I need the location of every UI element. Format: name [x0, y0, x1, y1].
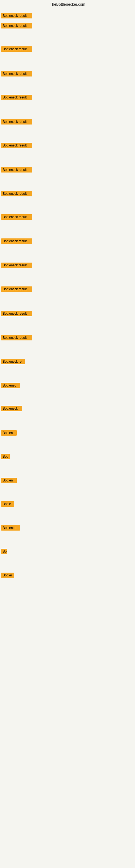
bottleneck-item[interactable]: Bottleneck result	[1, 239, 32, 245]
bottleneck-item[interactable]: Bottlen	[1, 430, 17, 437]
bottleneck-badge: Bottleneck result	[1, 262, 32, 268]
bottleneck-item[interactable]: Bottleneck result	[1, 95, 32, 101]
bottleneck-badge: Bottleneck result	[1, 23, 32, 29]
bottleneck-item[interactable]: Bot	[1, 454, 10, 460]
bottleneck-badge: Bottleneck result	[1, 71, 32, 76]
bottleneck-badge: Bottleneck r	[1, 406, 22, 411]
bottleneck-item[interactable]: Bottleneck result	[1, 13, 32, 20]
bottleneck-badge: Bottleneck result	[1, 286, 32, 292]
bottleneck-item[interactable]: Bottleneck re	[1, 359, 25, 365]
bottleneck-item[interactable]: Bottleneck result	[1, 143, 32, 149]
site-header: TheBottlenecker.com	[0, 0, 135, 8]
bottleneck-badge: Bottleneck result	[1, 191, 32, 196]
bottleneck-badge: Bottlenec	[1, 383, 20, 388]
bottleneck-badge: Bottleneck result	[1, 119, 32, 124]
bottleneck-badge: Bottler	[1, 572, 14, 578]
bottleneck-item[interactable]: Bottleneck result	[1, 286, 32, 293]
site-title: TheBottlenecker.com	[50, 2, 85, 6]
bottleneck-badge: Bottleneck result	[1, 46, 32, 52]
bottleneck-badge: Bottleneck result	[1, 335, 32, 340]
bottleneck-badge: Bottleneck result	[1, 13, 32, 19]
bottleneck-badge: Bottleneck result	[1, 167, 32, 173]
bottleneck-item[interactable]: Bottleneck result	[1, 71, 32, 78]
bottleneck-item[interactable]: Bottlenec	[1, 525, 20, 532]
bottleneck-badge: Bo	[1, 549, 7, 554]
bottleneck-item[interactable]: Bottlen	[1, 478, 17, 484]
bottleneck-item[interactable]: Bottleneck result	[1, 262, 32, 269]
bottleneck-badge: Bottleneck result	[1, 214, 32, 220]
bottleneck-item[interactable]: Bo	[1, 549, 7, 555]
bottleneck-item[interactable]: Bottleneck result	[1, 167, 32, 174]
bottleneck-item[interactable]: Bottleneck result	[1, 119, 32, 126]
bottleneck-badge: Bottlen	[1, 478, 17, 483]
bottleneck-badge: Bottlenec	[1, 525, 20, 531]
bottleneck-badge: Bottleneck result	[1, 239, 32, 244]
bottleneck-item[interactable]: Bottleneck result	[1, 23, 32, 30]
bottleneck-item[interactable]: Bottle	[1, 501, 14, 508]
bottleneck-badge: Bottlen	[1, 430, 17, 436]
bottleneck-badge: Bot	[1, 454, 10, 459]
bottleneck-badge: Bottle	[1, 501, 14, 507]
bottleneck-badge: Bottleneck result	[1, 311, 32, 316]
bottleneck-item[interactable]: Bottleneck result	[1, 46, 32, 53]
bottleneck-item[interactable]: Bottleneck result	[1, 335, 32, 341]
bottleneck-item[interactable]: Bottleneck r	[1, 406, 22, 412]
bottleneck-badge: Bottleneck result	[1, 143, 32, 148]
bottleneck-badge: Bottleneck result	[1, 95, 32, 100]
bottleneck-item[interactable]: Bottleneck result	[1, 214, 32, 221]
bottleneck-item[interactable]: Bottleneck result	[1, 191, 32, 197]
bottleneck-badge: Bottleneck re	[1, 359, 25, 364]
bottleneck-item[interactable]: Bottler	[1, 572, 14, 579]
bottleneck-item[interactable]: Bottleneck result	[1, 311, 32, 317]
bottleneck-item[interactable]: Bottlenec	[1, 383, 20, 389]
